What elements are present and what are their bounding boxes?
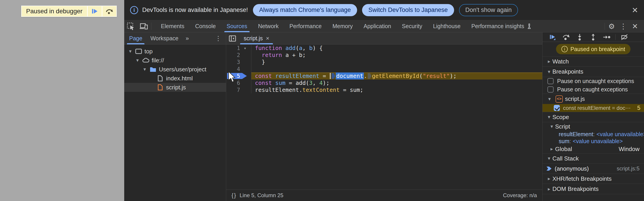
scope-variable-sum[interactable]: sum : <value unavailable> [542,138,644,145]
toggle-navigator-icon[interactable] [226,32,239,44]
step-over-button[interactable] [560,33,572,41]
section-dom-breakpoints[interactable]: ▸ DOM Breakpoints [542,184,644,194]
tree-item-file-protocol[interactable]: ▾ file:// [124,56,226,65]
section-watch[interactable]: ▸ Watch [542,56,644,66]
tab-workspace[interactable]: Workspace [146,32,182,44]
gutter-line-7[interactable]: 7 [226,86,251,94]
editor-tab-close-icon[interactable]: × [266,35,269,42]
expand-arrow-icon[interactable]: ▾ [126,48,134,54]
code-token: resultElement. [255,87,302,93]
tree-item-project-folder[interactable]: ▾ Users/user/project [124,65,226,74]
editor-tab-script-js[interactable]: script.js × [239,32,274,44]
section-breakpoints[interactable]: ▾ Breakpoints [542,66,644,77]
paused-badge-label: Paused on breakpoint [570,46,625,52]
breakpoint-enabled-checkbox[interactable] [554,105,560,111]
collapse-arrow-icon[interactable]: ▾ [548,124,555,130]
fold-arrow-icon[interactable]: ▾ [240,46,250,51]
tab-memory[interactable]: Memory [327,20,358,32]
paused-banner-text: Paused in debugger [22,6,87,16]
resume-icon [91,8,98,15]
scope-script-group[interactable]: ▾ Script [542,122,644,131]
navigator-sidebar: Page Workspace » ⋮ ▾ top ▾ [124,32,226,201]
more-tabs-icon[interactable]: » [182,35,192,42]
tree-item-top[interactable]: ▾ top [124,47,226,56]
pause-caught-checkbox[interactable] [548,86,554,92]
tree-item-index-html[interactable]: index.html [124,74,226,83]
step-over-next-button[interactable] [102,6,116,16]
gutter-line-3[interactable]: 3 [226,58,251,66]
pretty-print-icon[interactable]: { } [232,192,236,199]
code-line-3: 3 } [226,58,542,66]
code-line-5-paused: 5 const resultElement = document . [226,72,542,80]
more-options-icon[interactable]: ⋮ [618,22,629,30]
continue-to-here-marker-icon[interactable] [368,73,372,79]
pause-caught-exceptions-row[interactable]: Pause on caught exceptions [542,85,644,94]
device-toolbar-button[interactable] [137,20,150,32]
navigator-menu-icon[interactable]: ⋮ [212,35,225,42]
scope-variable-resultElement[interactable]: resultElement : <value unavailable> [542,131,644,138]
resume-script-button[interactable] [88,6,102,16]
section-xhr-breakpoints[interactable]: ▸ XHR/fetch Breakpoints [542,174,644,184]
code-token: ); [450,73,456,79]
collapse-arrow-icon[interactable]: ▸ [546,176,552,182]
tab-sources[interactable]: Sources [221,20,253,32]
step-into-button[interactable] [574,33,585,41]
dont-show-again-button[interactable]: Don't show again [459,4,518,16]
infobar-close-icon[interactable]: ✕ [632,6,638,15]
collapse-arrow-icon[interactable]: ▾ [546,156,552,162]
tab-elements[interactable]: Elements [156,20,190,32]
call-stack-frame[interactable]: (anonymous) script.js:5 [542,164,644,174]
collapse-arrow-icon[interactable]: ▸ [548,146,555,152]
match-chrome-language-button[interactable]: Always match Chrome's language [253,4,357,16]
gutter-line-1[interactable]: 1 ▾ [226,44,251,52]
tab-performance-insights[interactable]: Performance insights [466,20,537,32]
tab-lighthouse[interactable]: Lighthouse [428,20,466,32]
collapse-arrow-icon[interactable]: ▾ [546,114,552,120]
collapse-arrow-icon[interactable]: ▾ [546,69,552,75]
tab-application[interactable]: Application [358,20,396,32]
code-line-6: 6 const sum = add( 3 , 4 ); [226,80,542,86]
gutter-line-2[interactable]: 2 [226,52,251,58]
paused-on-breakpoint-badge: i Paused on breakpoint [556,44,630,54]
tree-item-script-js[interactable]: script.js [124,83,226,92]
breakpoint-file-group[interactable]: ▾ <> script.js [542,94,644,104]
devtools-close-icon[interactable]: ✕ [629,22,641,30]
inspect-element-button[interactable] [124,20,137,32]
continue-to-here-marker-icon[interactable] [332,73,335,79]
switch-devtools-japanese-button[interactable]: Switch DevTools to Japanese [362,4,454,16]
frame-icon [134,48,143,54]
tab-network[interactable]: Network [253,20,284,32]
line-number[interactable]: 3 [226,59,240,65]
settings-gear-icon[interactable]: ⚙ [606,22,618,30]
code-token: resultElement [275,73,319,79]
collapse-arrow-icon[interactable]: ▸ [546,58,552,64]
line-number[interactable]: 2 [226,52,240,58]
tab-console[interactable]: Console [190,20,221,32]
expand-arrow-icon[interactable]: ▾ [141,66,148,72]
code-token: "result" [422,73,450,79]
cloud-icon [141,58,150,63]
section-scope[interactable]: ▾ Scope [542,112,644,122]
tab-performance[interactable]: Performance [284,20,327,32]
breakpoint-entry-line-5[interactable]: const resultElement = doc⋯ 5 [542,104,644,112]
code-editor[interactable]: 1 ▾ function add ( a , b ) { [226,44,542,190]
info-icon: i [562,46,568,52]
code-line-4: 4 [226,66,542,72]
step-out-button[interactable] [588,33,599,41]
infobar-message: DevTools is now available in Japanese! [142,6,248,14]
resume-button[interactable] [547,33,558,41]
tab-security[interactable]: Security [396,20,428,32]
pause-uncaught-exceptions-row[interactable]: Pause on uncaught exceptions [542,77,644,85]
line-number[interactable]: 1 [226,45,240,51]
section-call-stack[interactable]: ▾ Call Stack [542,153,644,164]
deactivate-breakpoints-button[interactable] [619,33,630,41]
line-number[interactable]: 7 [226,87,240,93]
step-button[interactable] [601,33,612,41]
expand-arrow-icon[interactable]: ▾ [134,58,141,63]
collapse-arrow-icon[interactable]: ▾ [546,96,553,102]
step-over-icon [562,34,570,41]
scope-global-group[interactable]: ▸ Global Window [542,145,644,153]
tab-page[interactable]: Page [125,32,146,44]
collapse-arrow-icon[interactable]: ▸ [546,186,552,192]
pause-uncaught-checkbox[interactable] [548,78,554,84]
